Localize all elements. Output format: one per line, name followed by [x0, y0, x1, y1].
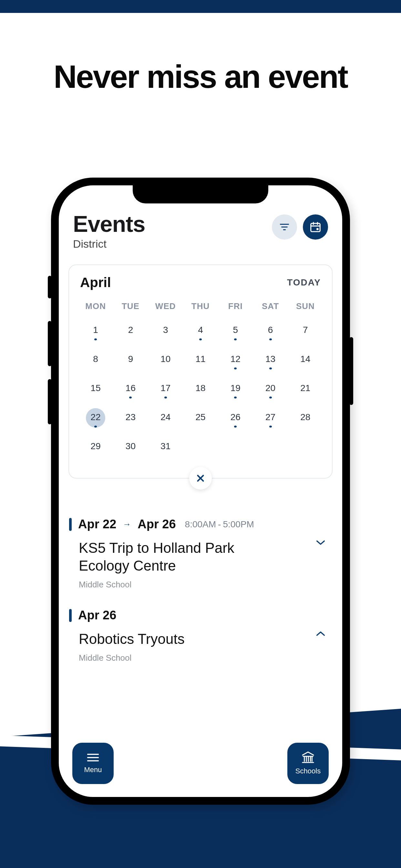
menu-button[interactable]: Menu [72, 743, 114, 784]
collapse-calendar-button[interactable] [189, 467, 212, 490]
calendar-day[interactable]: 11 [183, 346, 218, 375]
day-number: 22 [91, 412, 101, 423]
calendar-day[interactable]: 24 [148, 404, 183, 433]
event-item[interactable]: Apr 22→Apr 268:00AM-5:00PMKS5 Trip to Ho… [69, 517, 332, 590]
day-number: 17 [160, 383, 171, 393]
calendar-day[interactable]: 31 [148, 433, 183, 462]
event-item[interactable]: Apr 26Robotics TryoutsMiddle School [69, 609, 332, 663]
day-number: 25 [195, 412, 205, 423]
event-dot [234, 368, 237, 369]
calendar-day[interactable]: 9 [113, 346, 148, 375]
phone-side-button [48, 276, 52, 299]
day-number: 29 [91, 441, 101, 452]
day-number: 21 [300, 383, 310, 393]
filter-icon [279, 221, 290, 232]
phone-screen: Events District [59, 185, 342, 797]
event-title: KS5 Trip to Holland Park Ecology Centre [79, 539, 279, 575]
calendar-day[interactable]: 29 [78, 433, 113, 462]
event-dot [234, 338, 237, 340]
event-dot [234, 426, 237, 428]
calendar-day[interactable]: 3 [148, 317, 183, 346]
event-accent-bar [69, 609, 72, 622]
day-number: 23 [126, 412, 135, 423]
calendar-card: April TODAY MONTUEWEDTHUFRISATSUN 123456… [68, 265, 333, 478]
menu-label: Menu [84, 766, 102, 774]
calendar-icon [309, 221, 321, 233]
calendar-day[interactable]: 26 [218, 404, 253, 433]
calendar-day[interactable]: 25 [183, 404, 218, 433]
day-number: 4 [198, 325, 203, 335]
phone-frame: Events District [51, 178, 350, 805]
chevron-up-icon[interactable] [315, 631, 326, 637]
event-dot [94, 338, 97, 340]
calendar-day[interactable]: 14 [288, 346, 323, 375]
weekday-label: WED [148, 297, 183, 317]
calendar-day [288, 433, 323, 462]
calendar-day[interactable]: 1 [78, 317, 113, 346]
day-number: 10 [160, 354, 171, 364]
hero-section: Never miss an event [0, 58, 401, 95]
calendar-day [218, 433, 253, 462]
day-number: 8 [93, 354, 98, 364]
day-number: 15 [91, 383, 101, 393]
calendar-day [253, 433, 288, 462]
event-dot [199, 338, 202, 340]
event-dot [269, 426, 272, 428]
event-dot [129, 397, 132, 399]
day-number: 18 [195, 383, 205, 393]
weekday-label: TUE [113, 297, 148, 317]
event-school: Middle School [79, 580, 279, 590]
events-list: Apr 22→Apr 268:00AM-5:00PMKS5 Trip to Ho… [68, 517, 333, 663]
calendar-day[interactable]: 27 [253, 404, 288, 433]
calendar-day[interactable]: 4 [183, 317, 218, 346]
calendar-view-button[interactable] [303, 214, 328, 240]
event-dot [269, 397, 272, 399]
day-number: 11 [195, 354, 205, 364]
day-number: 26 [230, 412, 241, 423]
calendar-day[interactable]: 28 [288, 404, 323, 433]
calendar-day[interactable]: 20 [253, 375, 288, 404]
calendar-weekday-row: MONTUEWEDTHUFRISATSUN [78, 297, 323, 317]
event-title: Robotics Tryouts [79, 630, 185, 648]
weekday-label: THU [183, 297, 218, 317]
event-dot [94, 426, 97, 428]
event-dot [269, 338, 272, 340]
calendar-day[interactable]: 30 [113, 433, 148, 462]
calendar-day[interactable]: 7 [288, 317, 323, 346]
top-strip [0, 0, 401, 13]
day-number: 19 [230, 383, 241, 393]
calendar-day[interactable]: 10 [148, 346, 183, 375]
calendar-day[interactable]: 5 [218, 317, 253, 346]
schools-button[interactable]: Schools [287, 743, 329, 784]
event-school: Middle School [79, 653, 185, 663]
phone-side-button [48, 321, 52, 366]
day-number: 31 [160, 441, 171, 452]
calendar-day[interactable]: 18 [183, 375, 218, 404]
calendar-day[interactable]: 22 [78, 404, 113, 433]
calendar-day[interactable]: 2 [113, 317, 148, 346]
calendar-day[interactable]: 15 [78, 375, 113, 404]
day-number: 1 [93, 325, 98, 335]
chevron-down-icon[interactable] [315, 539, 326, 546]
calendar-day[interactable]: 19 [218, 375, 253, 404]
calendar-day[interactable]: 21 [288, 375, 323, 404]
calendar-day[interactable]: 23 [113, 404, 148, 433]
event-date-end: Apr 26 [137, 517, 176, 531]
day-number: 6 [268, 325, 273, 335]
calendar-day [183, 433, 218, 462]
calendar-day[interactable]: 12 [218, 346, 253, 375]
today-button[interactable]: TODAY [287, 277, 321, 288]
svg-rect-7 [316, 228, 318, 230]
calendar-day[interactable]: 13 [253, 346, 288, 375]
calendar-day[interactable]: 16 [113, 375, 148, 404]
calendar-day[interactable]: 8 [78, 346, 113, 375]
day-number: 28 [300, 412, 310, 423]
arrow-right-icon: → [123, 519, 131, 529]
weekday-label: FRI [218, 297, 253, 317]
calendar-day[interactable]: 6 [253, 317, 288, 346]
schools-label: Schools [296, 767, 320, 775]
day-number: 2 [128, 325, 133, 335]
filter-button[interactable] [272, 214, 297, 240]
calendar-day[interactable]: 17 [148, 375, 183, 404]
phone-side-button [349, 337, 353, 405]
